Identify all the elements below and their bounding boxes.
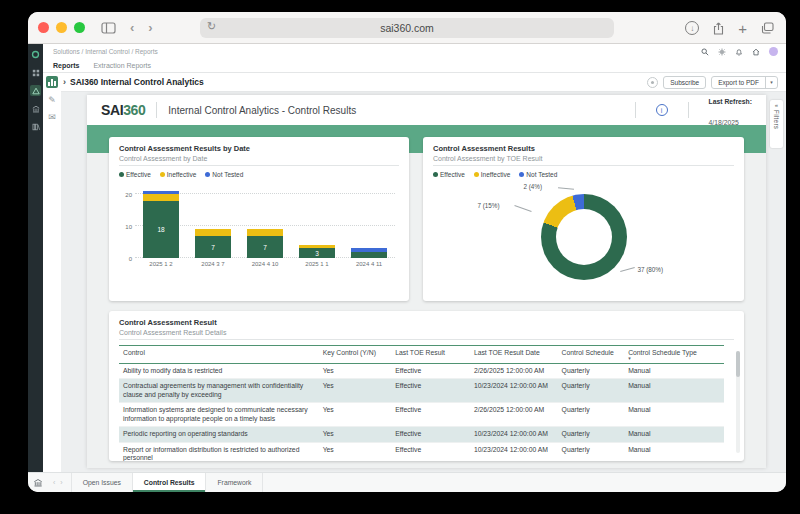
bar-segment-effective[interactable]: 3 — [299, 248, 335, 258]
legend-item[interactable]: Not Tested — [205, 171, 243, 178]
settings-gear-icon[interactable] — [718, 48, 726, 56]
share-icon[interactable] — [713, 22, 724, 35]
footer-tab-framework[interactable]: Framework — [206, 473, 263, 492]
bar-segment-effective[interactable] — [351, 252, 387, 258]
table-row[interactable]: Periodic reporting on operating standard… — [119, 427, 724, 442]
donut-ring[interactable] — [541, 194, 627, 280]
y-axis-tick: 10 — [119, 224, 132, 230]
report-options-button[interactable] — [647, 77, 658, 88]
report-nav-tabs: Reports Extraction Reports — [43, 59, 786, 73]
legend-item[interactable]: Ineffective — [474, 171, 511, 178]
modules-grid-icon[interactable] — [30, 67, 41, 78]
home-icon[interactable] — [752, 48, 760, 56]
edit-pencil-icon[interactable]: ✎ — [48, 96, 56, 105]
bar-segment-effective[interactable]: 18 — [143, 201, 179, 258]
column-header[interactable]: Last TOE Result — [391, 346, 470, 364]
tab-extraction-reports[interactable]: Extraction Reports — [93, 62, 151, 69]
table-cell: Effective — [391, 442, 470, 461]
tab-reports[interactable]: Reports — [53, 62, 79, 69]
notifications-bell-icon[interactable] — [735, 48, 743, 56]
reload-icon[interactable]: ↻ — [207, 20, 216, 33]
new-tab-icon[interactable]: + — [738, 21, 747, 36]
footer-tab-control-results[interactable]: Control Results — [133, 473, 207, 492]
table-cell: Contractual agreements by management wit… — [119, 379, 319, 403]
legend-item[interactable]: Effective — [119, 171, 151, 178]
legend-item[interactable]: Effective — [433, 171, 465, 178]
breadcrumb-bar: Solutions / Internal Control / Reports — [43, 44, 786, 59]
bar-segment-not-tested[interactable] — [351, 248, 387, 251]
downloads-icon[interactable]: ↓ — [685, 21, 699, 35]
bar-plot: 0102018773 — [135, 188, 395, 258]
column-header[interactable]: Control — [119, 346, 319, 364]
table-row[interactable]: Report or information distribution is re… — [119, 442, 724, 461]
library-module-icon[interactable] — [30, 121, 41, 132]
forward-button[interactable]: › — [148, 20, 152, 35]
info-icon[interactable]: i — [656, 104, 668, 116]
x-axis-label: 2025 1 1 — [291, 261, 343, 267]
minimize-window-button[interactable] — [56, 22, 67, 33]
report-footer: ‹ › Open IssuesControl ResultsFramework — [28, 472, 786, 492]
export-dropdown-caret[interactable]: ▾ — [765, 77, 777, 88]
risk-module-icon[interactable] — [30, 85, 41, 96]
column-header[interactable]: Control Schedule Type▾ — [624, 346, 724, 364]
bar-segment-ineffective[interactable] — [143, 194, 179, 200]
donut-chart: 37 (80%) 7 (15%) 2 (4%) — [433, 180, 734, 292]
filters-pane-collapsed[interactable]: « Filters — [770, 100, 783, 148]
column-header[interactable]: Key Control (Y/N) — [319, 346, 392, 364]
address-bar[interactable]: ↻ sai360.com — [200, 18, 614, 38]
search-icon[interactable] — [701, 48, 709, 56]
bar-segment-not-tested[interactable] — [143, 191, 179, 194]
table-cell: 2/26/2025 12:00:00 AM — [470, 403, 558, 427]
table-row[interactable]: Ability to modify data is restrictedYesE… — [119, 364, 724, 379]
bar-value-label: 18 — [143, 226, 179, 233]
stacked-bar[interactable]: 18 — [143, 191, 179, 258]
governance-module-icon[interactable] — [30, 103, 41, 114]
export-to-pdf-button[interactable]: Export to PDF — [712, 77, 765, 88]
user-avatar[interactable] — [769, 47, 778, 56]
building-icon[interactable] — [33, 478, 43, 488]
sidebar-toggle-icon[interactable] — [101, 22, 116, 34]
footer-tab-open-issues[interactable]: Open Issues — [71, 473, 133, 492]
table-row[interactable]: Information systems are designed to comm… — [119, 403, 724, 427]
envelope-icon[interactable]: ✉ — [48, 113, 56, 122]
next-page-tab-button[interactable]: › — [60, 479, 62, 486]
bar-value-label: 3 — [299, 250, 335, 257]
bar-segment-ineffective[interactable] — [195, 229, 231, 235]
app-logo-icon[interactable] — [30, 49, 41, 60]
column-header[interactable]: Last TOE Result Date — [470, 346, 558, 364]
bar-slot: 3 — [291, 188, 343, 258]
bar-segment-effective[interactable]: 7 — [247, 236, 283, 258]
table-scrollbar[interactable] — [736, 351, 740, 453]
close-window-button[interactable] — [38, 22, 49, 33]
stacked-bar[interactable]: 7 — [247, 229, 283, 258]
url-text: sai360.com — [380, 22, 434, 34]
stacked-bar[interactable]: 7 — [195, 229, 231, 258]
stacked-bar[interactable]: 3 — [299, 245, 335, 258]
stacked-bar[interactable] — [351, 248, 387, 258]
expand-chevron[interactable]: › — [63, 77, 66, 87]
bar-segment-ineffective[interactable] — [299, 245, 335, 248]
breadcrumb[interactable]: Solutions / Internal Control / Reports — [53, 48, 158, 55]
table-cell: Periodic reporting on operating standard… — [119, 427, 319, 442]
card-title: Control Assessment Result — [119, 318, 734, 327]
back-button[interactable]: ‹ — [130, 20, 134, 35]
card-title: Control Assessment Results by Date — [119, 144, 399, 153]
legend-item[interactable]: Ineffective — [160, 171, 197, 178]
legend-dot — [433, 172, 438, 177]
zoom-window-button[interactable] — [74, 22, 85, 33]
bar-segment-effective[interactable]: 7 — [195, 236, 231, 258]
table-cell: Yes — [319, 427, 392, 442]
analytics-report-icon[interactable] — [46, 76, 58, 88]
sai360-logo: SAI360 — [101, 102, 145, 118]
bar-segment-ineffective[interactable] — [247, 229, 283, 235]
expand-filters-icon[interactable]: « — [775, 102, 778, 108]
legend-item[interactable]: Not Tested — [519, 171, 557, 178]
prev-page-tab-button[interactable]: ‹ — [53, 479, 55, 486]
tab-overview-icon[interactable] — [761, 22, 774, 34]
table-row[interactable]: Contractual agreements by management wit… — [119, 379, 724, 403]
report-title: Internal Control Analytics - Control Res… — [168, 105, 356, 116]
x-axis-label: 2024 3 7 — [187, 261, 239, 267]
subscribe-button[interactable]: Subscribe — [663, 76, 706, 89]
column-header[interactable]: Control Schedule — [558, 346, 625, 364]
scrollbar-thumb[interactable] — [736, 351, 740, 377]
